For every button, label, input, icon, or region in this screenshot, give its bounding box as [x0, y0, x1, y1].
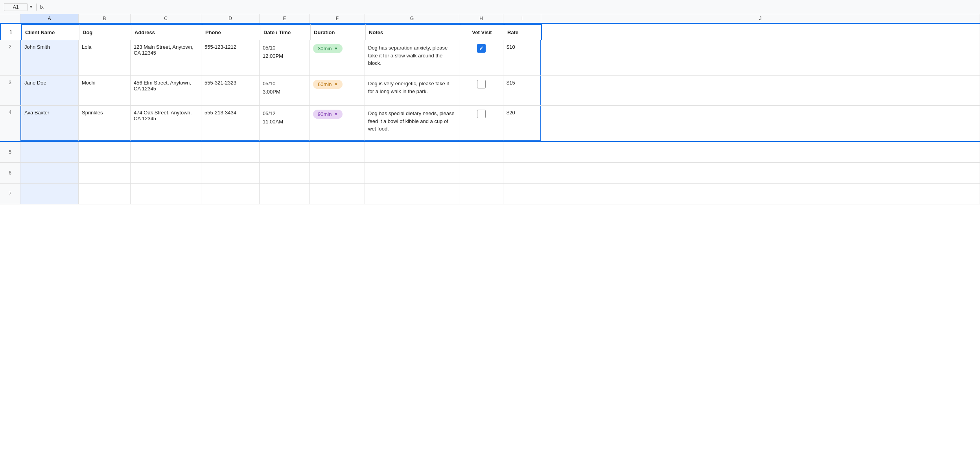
cell-h5[interactable] — [459, 142, 503, 162]
cell-d6[interactable] — [201, 163, 260, 183]
header-duration[interactable]: Duration — [311, 24, 366, 40]
cell-h4[interactable] — [459, 106, 503, 141]
header-address[interactable]: Address — [131, 24, 202, 40]
cell-b7[interactable] — [79, 184, 131, 204]
cell-b3[interactable]: Mochi — [79, 76, 131, 105]
header-dog[interactable]: Dog — [79, 24, 131, 40]
cell-g3[interactable]: Dog is very energetic, please take it fo… — [365, 76, 459, 105]
vet-visit-checkbox-2[interactable]: ✓ — [477, 44, 486, 53]
duration-badge-2[interactable]: 30min ▼ — [313, 44, 343, 53]
header-j — [542, 24, 980, 40]
duration-badge-3[interactable]: 60min ▼ — [313, 80, 343, 89]
row-num-6: 6 — [0, 163, 20, 183]
cell-d4[interactable]: 555-213-3434 — [201, 106, 260, 141]
cell-i7[interactable] — [503, 184, 541, 204]
col-header-j[interactable]: J — [541, 14, 980, 23]
cell-ref-dropdown-icon[interactable]: ▼ — [29, 5, 33, 9]
header-row: 1 Client Name Dog Address Phone Date / T… — [0, 23, 980, 40]
formula-icon: fx — [40, 4, 44, 10]
badge-dropdown-icon: ▼ — [334, 112, 338, 116]
formula-bar: A1 ▼ fx — [0, 0, 980, 14]
cell-d2[interactable]: 555-123-1212 — [201, 40, 260, 75]
cell-c2[interactable]: 123 Main Street, Anytown, CA 12345 — [131, 40, 201, 75]
cell-i3[interactable]: $15 — [503, 76, 541, 105]
cell-g6[interactable] — [365, 163, 459, 183]
row-num-4: 4 — [0, 106, 20, 141]
badge-dropdown-icon: ▼ — [334, 82, 338, 86]
cell-c5[interactable] — [131, 142, 201, 162]
cell-g7[interactable] — [365, 184, 459, 204]
cell-b5[interactable] — [79, 142, 131, 162]
cell-j4 — [541, 106, 980, 141]
cell-e5[interactable] — [260, 142, 310, 162]
header-vet-visit[interactable]: Vet Visit — [460, 24, 504, 40]
spreadsheet: A B C D E F G H I J 1 Client Name Dog Ad… — [0, 14, 980, 204]
cell-i5[interactable] — [503, 142, 541, 162]
vet-visit-checkbox-4[interactable] — [477, 110, 486, 118]
duration-badge-4[interactable]: 90min ▼ — [313, 110, 343, 119]
col-header-g[interactable]: G — [365, 14, 459, 23]
cell-e3[interactable]: 05/103:00PM — [260, 76, 310, 105]
cell-j6 — [541, 163, 980, 183]
cell-g5[interactable] — [365, 142, 459, 162]
cell-i4[interactable]: $20 — [503, 106, 541, 141]
col-header-c[interactable]: C — [131, 14, 201, 23]
cell-f5[interactable] — [310, 142, 365, 162]
badge-dropdown-icon: ▼ — [334, 46, 338, 51]
cell-f4[interactable]: 90min ▼ — [310, 106, 365, 141]
cell-f3[interactable]: 60min ▼ — [310, 76, 365, 105]
cell-j3 — [541, 76, 980, 105]
col-header-e[interactable]: E — [260, 14, 310, 23]
col-header-i[interactable]: I — [503, 14, 541, 23]
cell-reference[interactable]: A1 — [4, 3, 28, 11]
header-client-name[interactable]: Client Name — [21, 24, 79, 40]
col-header-f[interactable]: F — [310, 14, 365, 23]
header-date-time[interactable]: Date / Time — [260, 24, 311, 40]
cell-i6[interactable] — [503, 163, 541, 183]
cell-d7[interactable] — [201, 184, 260, 204]
data-row-7: 7 — [0, 184, 980, 204]
cell-b6[interactable] — [79, 163, 131, 183]
header-notes[interactable]: Notes — [366, 24, 460, 40]
cell-e2[interactable]: 05/1012:00PM — [260, 40, 310, 75]
cell-h7[interactable] — [459, 184, 503, 204]
cell-g4[interactable]: Dog has special dietary needs, please fe… — [365, 106, 459, 141]
cell-c3[interactable]: 456 Elm Street, Anytown, CA 12345 — [131, 76, 201, 105]
cell-g2[interactable]: Dog has separation anxiety, please take … — [365, 40, 459, 75]
data-row-4: 4 Ava Baxter Sprinkles 474 Oak Street, A… — [0, 106, 980, 142]
data-row-5: 5 — [0, 142, 980, 163]
cell-a2[interactable]: John Smith — [20, 40, 79, 75]
cell-e7[interactable] — [260, 184, 310, 204]
col-header-b[interactable]: B — [79, 14, 131, 23]
cell-c7[interactable] — [131, 184, 201, 204]
cell-b2[interactable]: Lola — [79, 40, 131, 75]
cell-a7[interactable] — [20, 184, 79, 204]
cell-f7[interactable] — [310, 184, 365, 204]
cell-d5[interactable] — [201, 142, 260, 162]
cell-a4[interactable]: Ava Baxter — [20, 106, 79, 141]
cell-a5[interactable] — [20, 142, 79, 162]
cell-h2[interactable]: ✓ — [459, 40, 503, 75]
col-header-h[interactable]: H — [459, 14, 503, 23]
divider — [36, 4, 37, 11]
cell-a6[interactable] — [20, 163, 79, 183]
cell-d3[interactable]: 555-321-2323 — [201, 76, 260, 105]
cell-e4[interactable]: 05/1211:00AM — [260, 106, 310, 141]
cell-h6[interactable] — [459, 163, 503, 183]
cell-e6[interactable] — [260, 163, 310, 183]
col-header-d[interactable]: D — [201, 14, 260, 23]
header-phone[interactable]: Phone — [202, 24, 260, 40]
header-rate[interactable]: Rate — [504, 24, 542, 40]
data-row-3: 3 Jane Doe Mochi 456 Elm Street, Anytown… — [0, 76, 980, 106]
col-header-a[interactable]: A — [20, 14, 79, 23]
cell-c6[interactable] — [131, 163, 201, 183]
cell-h3[interactable] — [459, 76, 503, 105]
row-num-1: 1 — [1, 24, 21, 40]
vet-visit-checkbox-3[interactable] — [477, 80, 486, 88]
cell-a3[interactable]: Jane Doe — [20, 76, 79, 105]
cell-i2[interactable]: $10 — [503, 40, 541, 75]
cell-c4[interactable]: 474 Oak Street, Anytown, CA 12345 — [131, 106, 201, 141]
cell-f2[interactable]: 30min ▼ — [310, 40, 365, 75]
cell-f6[interactable] — [310, 163, 365, 183]
cell-b4[interactable]: Sprinkles — [79, 106, 131, 141]
